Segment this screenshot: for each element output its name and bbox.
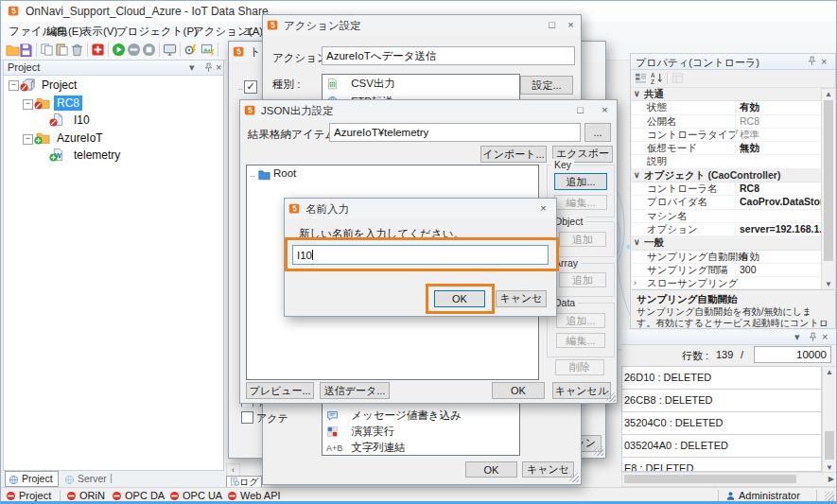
resize-grip[interactable] — [569, 473, 579, 482]
close-icon[interactable]: × — [216, 61, 221, 73]
browse-button[interactable]: ... — [584, 123, 611, 142]
open-folder-icon[interactable] — [6, 43, 20, 57]
resize-grip[interactable] — [825, 492, 834, 501]
start-icon[interactable] — [112, 43, 126, 57]
tree-item-azureiot[interactable]: AzureIoT — [54, 130, 106, 146]
save-icon[interactable] — [19, 43, 33, 57]
close-icon[interactable]: × — [536, 201, 550, 216]
json-ok-button[interactable]: OK — [492, 382, 545, 399]
expander-icon[interactable]: − — [9, 80, 19, 91]
chevron-down-icon[interactable]: ▾ — [189, 61, 195, 73]
result-item-input[interactable] — [329, 123, 581, 142]
close-icon[interactable]: × — [821, 56, 827, 67]
close-icon[interactable]: × — [564, 18, 578, 32]
object-add-button[interactable]: 追加 — [559, 232, 606, 247]
action-image-icon[interactable] — [201, 43, 215, 57]
resize-grip[interactable] — [606, 392, 616, 402]
result-item-label: 結果格納アイテム : — [248, 128, 341, 142]
name-cancel-button[interactable]: キャンセル — [496, 290, 547, 307]
maximize-icon[interactable]: □ — [573, 103, 587, 117]
maximize-icon[interactable]: □ — [545, 18, 559, 32]
list-item-calc-exec[interactable]: 演算実行 — [323, 424, 519, 440]
menu-view[interactable]: 表示(V) — [81, 25, 117, 39]
scrollbar-thumb[interactable] — [825, 431, 834, 460]
expander-icon[interactable]: − — [23, 134, 33, 145]
collapse-icon[interactable]: ∨ — [634, 236, 640, 249]
copy-icon[interactable] — [40, 43, 54, 57]
list-item-csv[interactable]: CSV出力 — [323, 75, 519, 93]
list-item-message-write[interactable]: メッセージ値書き込み — [323, 408, 519, 424]
scroll-up-icon[interactable]: ▲ — [823, 368, 836, 376]
tree-item-rc8[interactable]: RC8 — [54, 96, 82, 111]
delete-icon[interactable] — [70, 43, 84, 57]
properties-vscrollbar[interactable]: ▲ ▼ — [821, 88, 836, 290]
scroll-down-icon[interactable]: ▼ — [822, 280, 835, 288]
delete-button[interactable]: 削除 — [555, 359, 604, 375]
expander-icon[interactable]: − — [23, 99, 33, 110]
pause-icon[interactable] — [127, 43, 141, 57]
tab-project[interactable]: Project — [5, 471, 59, 487]
scrollbar-thumb[interactable] — [624, 475, 796, 483]
close-icon[interactable]: × — [822, 331, 828, 342]
import-button[interactable]: インポート... — [480, 146, 547, 163]
menu-clipped[interactable]: エ — [243, 25, 254, 39]
name-dialog-titlebar[interactable]: 名前入力 × — [285, 199, 556, 218]
json-cancel-button[interactable]: キャンセル — [552, 382, 611, 399]
scroll-right-icon[interactable]: ▶ — [828, 475, 834, 483]
scrollbar-thumb[interactable] — [824, 100, 833, 261]
row-max-input[interactable] — [754, 346, 831, 363]
action-name-input[interactable] — [322, 46, 575, 65]
log-vscrollbar[interactable]: ▲ ▼ — [822, 366, 837, 474]
scroll-down-icon[interactable]: ▼ — [823, 463, 836, 472]
menu-edit[interactable]: 編集(E) — [46, 25, 82, 39]
tab-server[interactable]: Server — [60, 472, 112, 485]
sort-az-icon[interactable] — [651, 72, 663, 84]
categorize-icon[interactable] — [635, 72, 647, 84]
key-add-button[interactable]: 追加... — [554, 173, 607, 190]
pin-icon[interactable] — [203, 62, 214, 73]
trigger-settings-icon[interactable] — [183, 43, 198, 57]
tree-item-project[interactable]: Project — [39, 78, 79, 93]
action-settings-button[interactable]: 設定... — [520, 76, 573, 95]
tree-item-telemetry[interactable]: telemetry — [71, 148, 123, 163]
stop-icon[interactable] — [142, 43, 156, 57]
scroll-up-icon[interactable]: ▲ — [822, 90, 835, 98]
checkbox-fragment-row[interactable]: アクテ — [241, 411, 288, 426]
send-data-button[interactable]: 送信データ... — [320, 382, 390, 399]
property-pages-icon[interactable] — [671, 72, 684, 84]
collapse-icon[interactable]: ∨ — [634, 88, 640, 100]
trigger-checkbox-checked[interactable]: ✓ — [244, 80, 257, 94]
tree-item-root[interactable]: Root — [273, 167, 296, 179]
add-item-icon[interactable] — [91, 43, 105, 57]
resize-grip[interactable] — [594, 446, 603, 456]
collapse-icon[interactable]: ∨ — [634, 169, 640, 182]
chevron-down-icon[interactable]: ▾ — [794, 331, 800, 342]
menu-project[interactable]: プロジェクト(P) — [116, 25, 198, 39]
monitor-icon[interactable] — [163, 43, 177, 57]
pin-icon[interactable] — [808, 332, 818, 342]
tree-dots: -- — [250, 171, 255, 181]
array-add-button[interactable]: 追加 — [559, 272, 606, 287]
name-ok-button[interactable]: OK — [434, 290, 485, 307]
checkbox-icon[interactable] — [241, 411, 253, 424]
project-tree-panel: Project ▾ × − Project − RC8 I10 − AzureI… — [3, 60, 224, 471]
action-dialog-titlebar[interactable]: アクション設定 □ × — [263, 15, 581, 35]
tree-item-i10[interactable]: I10 — [71, 113, 93, 128]
json-dialog-titlebar[interactable]: JSON出力設定 □ × — [240, 100, 617, 120]
new-name-input[interactable]: I10 — [292, 245, 549, 265]
list-item-concat[interactable]: A+B 文字列連結 — [323, 440, 519, 456]
data-edit-button[interactable]: 編集... — [556, 333, 605, 348]
status-project: Project — [19, 490, 51, 501]
key-edit-button[interactable]: 編集... — [554, 195, 607, 210]
action-ok-button[interactable]: OK — [465, 461, 517, 478]
action-cancel-button[interactable]: キャンセル — [522, 461, 574, 478]
pin-icon[interactable] — [807, 56, 817, 66]
log-list[interactable]: 26D10 : DELETED 26CB8 : DELETED 35204C0 … — [621, 366, 822, 472]
close-icon[interactable]: × — [598, 103, 612, 117]
log-hscrollbar[interactable]: ▶ — [621, 472, 837, 487]
data-add-button[interactable]: 追加... — [556, 313, 605, 328]
preview-button[interactable]: プレビュー... — [246, 382, 314, 399]
properties-grid[interactable]: ∨共通 状態有効 公開名RC8 コントローラタイプ標準 仮想モード無効 説明 ∨… — [632, 88, 821, 288]
expand-icon[interactable]: › — [634, 277, 636, 288]
paste-icon[interactable] — [55, 43, 69, 57]
